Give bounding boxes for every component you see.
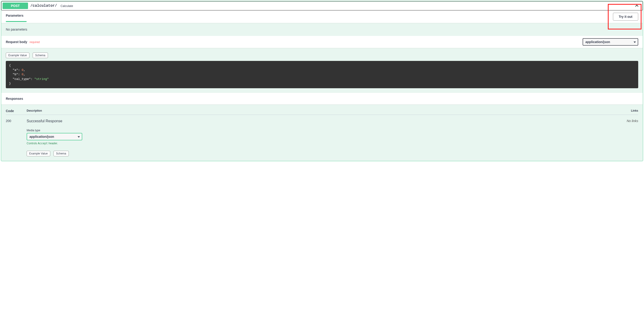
response-tabs: Example Value Schema <box>27 151 620 156</box>
chevron-up-icon[interactable] <box>634 4 639 8</box>
required-badge: required <box>28 40 40 44</box>
responses-title: Responses <box>6 97 23 100</box>
request-body-header: Request body required application/json <box>1 36 643 48</box>
response-media-type-select[interactable]: application/json <box>27 133 82 140</box>
responses-table: Code Description Links 200 Successful Re… <box>1 104 643 161</box>
parameters-header: Parameters Try it out <box>1 10 643 23</box>
responses-header: Responses <box>1 93 643 104</box>
endpoint-description: Calculate <box>59 4 74 8</box>
accept-header-hint: Controls Accept header. <box>27 142 620 145</box>
responses-columns: Code Description Links <box>6 109 638 115</box>
no-parameters-text: No parameters <box>1 23 643 36</box>
endpoint-path: /calculator/ <box>28 4 59 8</box>
tab-schema[interactable]: Schema <box>33 52 48 58</box>
http-method-badge: POST <box>2 2 28 9</box>
request-body-section: Example Value Schema { "a": 0, "b": 0, "… <box>1 48 643 93</box>
col-description: Description <box>27 109 620 113</box>
try-it-out-button[interactable]: Try it out <box>613 13 638 20</box>
opblock-summary[interactable]: POST /calculator/ Calculate <box>1 1 643 10</box>
response-row: 200 Successful Response Media type appli… <box>6 115 638 156</box>
response-code: 200 <box>6 119 27 156</box>
col-links: Links <box>620 109 638 113</box>
col-code: Code <box>6 109 27 113</box>
active-tab-underline <box>6 21 27 22</box>
parameters-title: Parameters <box>6 14 27 17</box>
media-type-label: Media type <box>27 129 620 132</box>
response-links: No links <box>620 119 638 156</box>
tab-example-value[interactable]: Example Value <box>6 52 30 58</box>
response-tab-schema[interactable]: Schema <box>54 151 69 156</box>
response-description-text: Successful Response <box>27 119 620 123</box>
request-body-title: Request body required <box>6 40 40 44</box>
response-description-cell: Successful Response Media type applicati… <box>27 119 620 156</box>
response-tab-example-value[interactable]: Example Value <box>27 151 50 156</box>
request-content-type-select[interactable]: application/json <box>582 38 638 46</box>
request-body-example-code[interactable]: { "a": 0, "b": 0, "cal_type": "string" } <box>6 61 638 88</box>
opblock-body: Parameters Try it out No parameters Requ… <box>1 10 643 161</box>
request-body-tabs: Example Value Schema <box>6 52 638 58</box>
opblock-post: POST /calculator/ Calculate Parameters T… <box>1 1 643 161</box>
